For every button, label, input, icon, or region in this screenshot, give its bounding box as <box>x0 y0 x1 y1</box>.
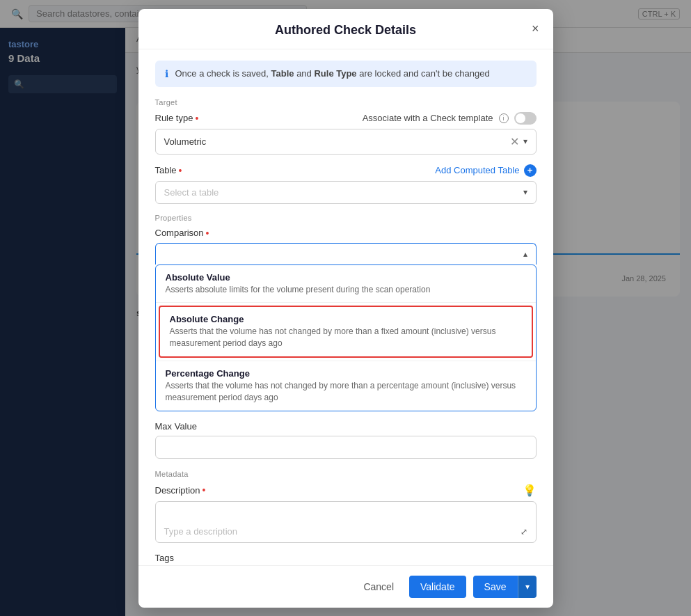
option-absolute-change[interactable]: Absolute Change Asserts that the volume … <box>159 306 533 358</box>
description-textarea[interactable]: Type a description ⤢ <box>155 501 537 543</box>
max-value-label: Max Value <box>155 421 537 432</box>
validate-button[interactable]: Validate <box>409 576 466 598</box>
option-absolute-change-title: Absolute Change <box>170 314 522 324</box>
add-computed-icon: + <box>524 164 537 177</box>
table-required: • <box>179 165 182 176</box>
rule-type-value: Volumetric <box>164 136 510 147</box>
option-divider-1 <box>156 302 536 303</box>
rule-type-select[interactable]: Volumetric ✕ ▾ <box>155 129 537 155</box>
tags-section: Tags ▾ <box>155 553 537 565</box>
comparison-dropdown: Absolute Value Asserts absolute limits f… <box>155 264 537 411</box>
modal-title: Authored Check Details <box>275 23 416 38</box>
rule-type-label: Rule type • <box>155 113 199 124</box>
metadata-section: Metadata Description • 💡 Type a descript… <box>155 470 537 543</box>
comparison-required: • <box>206 228 209 239</box>
comparison-actions: ▴ <box>523 249 527 259</box>
info-icon: ℹ <box>165 68 168 79</box>
table-label: Table • <box>155 165 182 176</box>
save-button-group: Save ▾ <box>473 576 537 598</box>
toggle-knob <box>516 113 525 123</box>
associate-row: Associate with a Check template i <box>363 112 537 125</box>
save-dropdown-button[interactable]: ▾ <box>518 576 537 598</box>
add-computed-label: Add Computed Table <box>435 165 519 175</box>
associate-info-icon[interactable]: i <box>499 113 509 123</box>
expand-icon[interactable]: ⤢ <box>521 527 527 537</box>
table-select[interactable]: Select a table ▾ <box>155 181 537 204</box>
description-placeholder-text: Type a description <box>164 526 238 537</box>
associate-label: Associate with a Check template <box>363 113 493 123</box>
description-label: Description • <box>155 484 206 496</box>
properties-section: Properties Comparison • ▴ Absolute V <box>155 214 537 411</box>
option-absolute-value-title: Absolute Value <box>166 272 526 283</box>
info-banner: ℹ Once a check is saved, Table and Rule … <box>155 61 537 87</box>
table-placeholder: Select a table <box>164 187 523 198</box>
modal-body: ℹ Once a check is saved, Table and Rule … <box>138 49 553 565</box>
close-button[interactable]: × <box>532 22 539 35</box>
option-absolute-value[interactable]: Absolute Value Asserts absolute limits f… <box>156 265 536 303</box>
cancel-button[interactable]: Cancel <box>355 576 402 598</box>
save-button[interactable]: Save <box>473 576 518 598</box>
option-percentage-change-title: Percentage Change <box>166 368 526 379</box>
chevron-down-icon[interactable]: ▾ <box>523 136 527 146</box>
modal-dialog: Authored Check Details × ℹ Once a check … <box>138 9 553 608</box>
rule-type-row: Rule type • Associate with a Check templ… <box>155 112 537 125</box>
rule-type-actions: ✕ ▾ <box>510 135 527 148</box>
chevron-up-icon[interactable]: ▴ <box>523 249 527 259</box>
info-text: Once a check is saved, Table and Rule Ty… <box>175 68 490 80</box>
target-section-label: Target <box>155 98 537 106</box>
rule-type-required: • <box>195 113 198 124</box>
add-computed-table-button[interactable]: Add Computed Table + <box>435 164 536 177</box>
option-percentage-change-desc: Asserts that the volume has not changed … <box>166 380 526 404</box>
comparison-label: Comparison • <box>155 228 537 239</box>
associate-toggle[interactable] <box>514 112 537 125</box>
description-required: • <box>202 484 206 496</box>
table-field-row: Table • Add Computed Table + <box>155 164 537 177</box>
max-value-section: Max Value <box>155 421 537 459</box>
table-actions: ▾ <box>523 187 527 197</box>
option-absolute-change-desc: Asserts that the volume has not changed … <box>170 326 522 349</box>
option-absolute-value-desc: Asserts absolute limits for the volume p… <box>166 284 526 296</box>
bulb-icon[interactable]: 💡 <box>523 484 537 497</box>
description-row: Description • 💡 <box>155 484 537 497</box>
table-chevron-icon[interactable]: ▾ <box>523 187 527 197</box>
modal-footer: Cancel Validate Save ▾ <box>138 565 553 608</box>
metadata-label: Metadata <box>155 470 537 478</box>
modal-header: Authored Check Details × <box>138 9 553 49</box>
tags-label: Tags <box>155 553 537 563</box>
clear-icon[interactable]: ✕ <box>510 135 519 148</box>
option-percentage-change[interactable]: Percentage Change Asserts that the volum… <box>156 361 536 411</box>
properties-label: Properties <box>155 214 537 222</box>
comparison-select-trigger[interactable]: ▴ <box>155 243 537 264</box>
modal-overlay: Authored Check Details × ℹ Once a check … <box>0 0 691 616</box>
max-value-input[interactable] <box>155 436 537 459</box>
